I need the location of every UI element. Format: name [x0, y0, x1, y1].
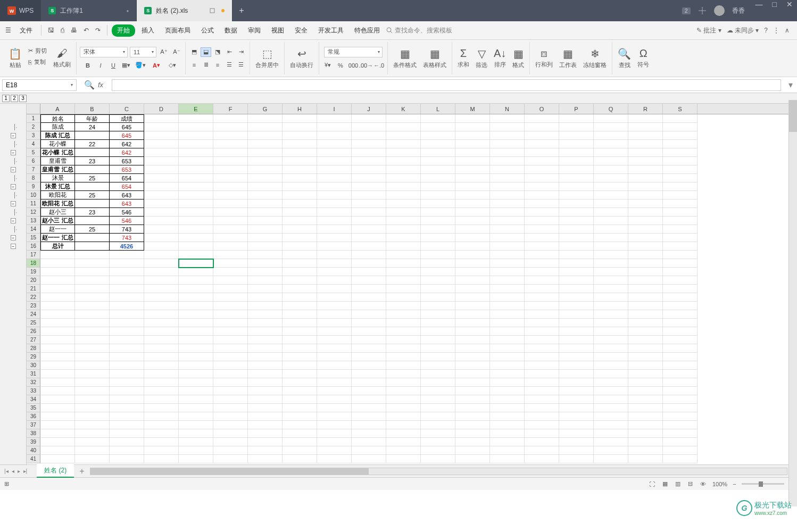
- cell[interactable]: [40, 319, 75, 327]
- cell[interactable]: [352, 344, 386, 353]
- cut-button[interactable]: ✂ 剪切: [26, 46, 49, 55]
- cell[interactable]: [179, 182, 213, 191]
- cell[interactable]: [594, 123, 628, 131]
- cell[interactable]: [352, 310, 386, 319]
- cell[interactable]: [594, 310, 628, 319]
- cell[interactable]: [75, 302, 110, 310]
- cell[interactable]: [525, 182, 559, 191]
- cell[interactable]: [525, 285, 559, 293]
- cell[interactable]: [213, 412, 248, 421]
- cell[interactable]: 25: [75, 191, 110, 200]
- cell[interactable]: 743: [110, 225, 144, 234]
- cell[interactable]: [283, 276, 317, 285]
- cell[interactable]: [213, 114, 248, 123]
- cell[interactable]: 546: [110, 208, 144, 217]
- cell[interactable]: [248, 191, 283, 200]
- cell[interactable]: [559, 182, 594, 191]
- cell[interactable]: [628, 251, 663, 259]
- cell[interactable]: [490, 302, 525, 310]
- tab-security[interactable]: 安全: [290, 24, 312, 37]
- cell[interactable]: [628, 234, 663, 242]
- cell[interactable]: [352, 225, 386, 234]
- cell[interactable]: [663, 421, 698, 429]
- column-header-D[interactable]: D: [144, 104, 179, 114]
- paste-button[interactable]: 📋 粘贴: [6, 46, 24, 70]
- cell[interactable]: [248, 234, 283, 242]
- cell[interactable]: [628, 319, 663, 327]
- cell[interactable]: [40, 446, 75, 455]
- collapse-ribbon-icon[interactable]: ∧: [785, 27, 790, 34]
- cell[interactable]: [455, 174, 490, 182]
- cell[interactable]: [110, 251, 144, 259]
- cell[interactable]: [628, 455, 663, 463]
- cell[interactable]: [352, 319, 386, 327]
- cell[interactable]: [283, 200, 317, 208]
- cell[interactable]: [455, 242, 490, 251]
- cell[interactable]: [559, 319, 594, 327]
- cell[interactable]: [317, 208, 352, 217]
- cell[interactable]: [352, 242, 386, 251]
- cell[interactable]: [248, 225, 283, 234]
- cell[interactable]: [283, 310, 317, 319]
- cell[interactable]: [144, 140, 179, 148]
- cell[interactable]: [352, 157, 386, 165]
- cell[interactable]: [110, 259, 144, 268]
- cell[interactable]: [559, 455, 594, 463]
- cell[interactable]: [490, 234, 525, 242]
- merge-center-button[interactable]: ⬚合并居中: [253, 46, 281, 70]
- cell[interactable]: [317, 353, 352, 361]
- cell[interactable]: [40, 404, 75, 412]
- cell[interactable]: 皇甫雪: [40, 157, 75, 165]
- cell[interactable]: [386, 370, 421, 378]
- row-header[interactable]: 39: [27, 438, 40, 446]
- cell[interactable]: [386, 242, 421, 251]
- cell[interactable]: [490, 285, 525, 293]
- add-sheet-button[interactable]: +: [74, 467, 89, 476]
- cell[interactable]: [386, 123, 421, 131]
- number-format-dropdown[interactable]: 常规▾: [324, 47, 383, 57]
- annotate-button[interactable]: ✎ 批注 ▾: [696, 26, 721, 35]
- cell[interactable]: [628, 404, 663, 412]
- cell[interactable]: [525, 387, 559, 395]
- cell[interactable]: [248, 157, 283, 165]
- cell[interactable]: 姓名: [40, 114, 75, 123]
- cell[interactable]: [75, 387, 110, 395]
- cell[interactable]: [663, 140, 698, 148]
- cell[interactable]: [213, 259, 248, 268]
- row-header[interactable]: 36: [27, 412, 40, 421]
- align-middle-button[interactable]: ⬓: [201, 47, 211, 57]
- cell[interactable]: [40, 438, 75, 446]
- cell[interactable]: [40, 429, 75, 438]
- cell[interactable]: [559, 217, 594, 225]
- cell[interactable]: [663, 242, 698, 251]
- cell[interactable]: [490, 310, 525, 319]
- row-header[interactable]: 20: [27, 276, 40, 285]
- cell[interactable]: [421, 361, 455, 370]
- cell[interactable]: [386, 361, 421, 370]
- cell[interactable]: [490, 438, 525, 446]
- cell[interactable]: [352, 251, 386, 259]
- cell[interactable]: [455, 361, 490, 370]
- cell[interactable]: [628, 387, 663, 395]
- cell[interactable]: [594, 353, 628, 361]
- cell[interactable]: [559, 438, 594, 446]
- cell[interactable]: [317, 302, 352, 310]
- cell[interactable]: [525, 165, 559, 174]
- cell[interactable]: [386, 268, 421, 276]
- cell[interactable]: [248, 302, 283, 310]
- cell[interactable]: [386, 302, 421, 310]
- cell[interactable]: 22: [75, 140, 110, 148]
- cell[interactable]: [283, 114, 317, 123]
- cell[interactable]: [421, 208, 455, 217]
- cell[interactable]: [75, 182, 110, 191]
- cell[interactable]: [248, 276, 283, 285]
- cell[interactable]: [490, 395, 525, 404]
- cell[interactable]: [386, 438, 421, 446]
- column-header-N[interactable]: N: [490, 104, 525, 114]
- cell[interactable]: [525, 438, 559, 446]
- cell[interactable]: [248, 361, 283, 370]
- cell[interactable]: [213, 421, 248, 429]
- row-header[interactable]: 18: [27, 259, 40, 268]
- cell[interactable]: [179, 140, 213, 148]
- cell[interactable]: [213, 242, 248, 251]
